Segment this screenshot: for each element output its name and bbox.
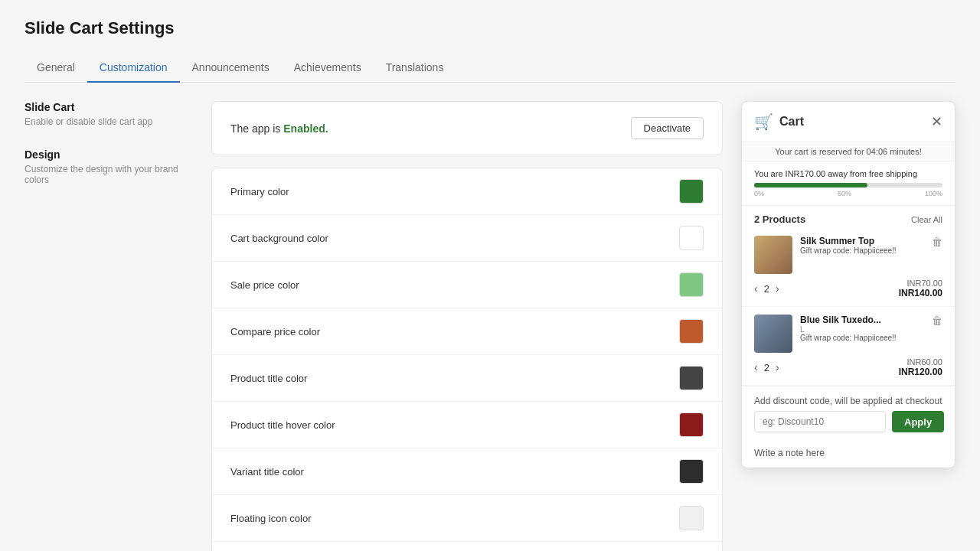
note-section: Write a note here xyxy=(742,442,955,468)
delete-product-2-button[interactable]: 🗑 xyxy=(932,315,942,327)
color-row-variant-title: Variant title color xyxy=(212,448,722,495)
app-status-text: The app is Enabled. xyxy=(230,122,328,135)
products-count: 2 Products xyxy=(754,214,805,225)
tabs-bar: General Customization Announcements Achi… xyxy=(24,54,956,83)
progress-labels: 0% 50% 100% xyxy=(754,190,942,197)
color-row-cart-bg: Cart background color xyxy=(212,215,722,262)
color-row-floating-icon: Floating icon color xyxy=(212,495,722,542)
price-2: INR60.00 xyxy=(899,357,942,367)
slide-cart-section-desc: Enable or disable slide cart app xyxy=(24,116,193,127)
color-swatch-product-title[interactable] xyxy=(679,366,704,390)
price-1: INR70.00 xyxy=(899,279,942,288)
cart-title: Cart xyxy=(779,115,804,129)
discount-input[interactable] xyxy=(754,411,886,432)
design-section-label: Design xyxy=(24,148,193,161)
clear-all-button[interactable]: Clear All xyxy=(911,215,942,224)
color-swatch-product-title-hover[interactable] xyxy=(679,412,704,437)
color-row-product-title: Product title color xyxy=(212,355,722,402)
progress-bar-bg xyxy=(754,183,942,187)
shipping-bar: You are INR170.00 away from free shippin… xyxy=(742,161,955,206)
note-label: Write a note here xyxy=(754,448,942,458)
progress-bar-fill xyxy=(754,183,867,187)
left-panel: Slide Cart Enable or disable slide cart … xyxy=(24,101,193,207)
product-image-2 xyxy=(754,315,792,353)
color-row-sale-price: Sale price color xyxy=(212,262,722,308)
cart-header: 🛒 Cart ✕ xyxy=(742,102,955,142)
slide-cart-section-label: Slide Cart xyxy=(24,101,193,113)
qty-2: 2 xyxy=(764,362,769,373)
tab-achievements[interactable]: Achievements xyxy=(282,54,374,83)
color-swatch-compare-price[interactable] xyxy=(679,319,704,344)
content-area: The app is Enabled. Deactivate Primary c… xyxy=(211,101,723,551)
products-header: 2 Products Clear All xyxy=(742,206,955,228)
qty-increase-2-button[interactable]: › xyxy=(776,361,779,373)
product-size-2: L xyxy=(800,325,924,334)
cart-icon: 🛒 xyxy=(754,112,773,131)
design-card: Primary color Cart background color Sale… xyxy=(211,168,723,551)
total-1: INR140.00 xyxy=(899,288,942,298)
enabled-badge: Enabled. xyxy=(283,122,328,135)
page-title: Slide Cart Settings xyxy=(24,18,956,38)
product-item-2: Blue Silk Tuxedo... L Gift wrap code: Ha… xyxy=(742,307,955,386)
color-row-primary: Primary color xyxy=(212,168,722,215)
shipping-text: You are INR170.00 away from free shippin… xyxy=(754,169,942,178)
cart-timer: Your cart is reserved for 04:06 minutes! xyxy=(742,142,955,161)
product-image-1 xyxy=(754,236,792,274)
product-name-1: Silk Summer Top xyxy=(800,236,924,246)
tab-translations[interactable]: Translations xyxy=(374,54,456,83)
color-swatch-cart-bg[interactable] xyxy=(679,226,704,250)
qty-1: 2 xyxy=(764,283,769,295)
tab-general[interactable]: General xyxy=(24,54,87,83)
product-name-2: Blue Silk Tuxedo... xyxy=(800,315,924,325)
color-row-floating-icon-bg: Floating icon background xyxy=(212,542,722,551)
delete-product-1-button[interactable]: 🗑 xyxy=(932,236,942,248)
qty-decrease-2-button[interactable]: ‹ xyxy=(754,361,758,373)
tab-customization[interactable]: Customization xyxy=(87,54,180,83)
design-section-desc: Customize the design with your brand col… xyxy=(24,164,193,185)
product-item-1: Silk Summer Top Gift wrap code: Happiice… xyxy=(742,228,955,307)
discount-label: Add discount code, will be applied at ch… xyxy=(754,396,942,406)
apply-discount-button[interactable]: Apply xyxy=(892,411,944,432)
color-row-product-title-hover: Product title hover color xyxy=(212,402,722,448)
color-swatch-variant-title[interactable] xyxy=(679,459,704,484)
app-status-card: The app is Enabled. Deactivate xyxy=(211,101,723,155)
color-swatch-floating-icon[interactable] xyxy=(679,506,704,530)
color-row-compare-price: Compare price color xyxy=(212,308,722,355)
cart-preview-panel: 🛒 Cart ✕ Your cart is reserved for 04:06… xyxy=(741,101,956,468)
color-swatch-primary[interactable] xyxy=(679,179,704,204)
total-2: INR120.00 xyxy=(899,367,942,377)
close-cart-button[interactable]: ✕ xyxy=(931,113,942,130)
color-swatch-sale-price[interactable] xyxy=(679,272,704,297)
qty-decrease-1-button[interactable]: ‹ xyxy=(754,282,758,295)
discount-section: Add discount code, will be applied at ch… xyxy=(742,386,955,442)
deactivate-button[interactable]: Deactivate xyxy=(631,117,704,139)
gift-wrap-1: Gift wrap code: Happiiceee!! xyxy=(800,246,924,255)
gift-wrap-2: Gift wrap code: Happiiceee!! xyxy=(800,334,924,342)
tab-announcements[interactable]: Announcements xyxy=(180,54,282,83)
qty-increase-1-button[interactable]: › xyxy=(776,282,779,295)
